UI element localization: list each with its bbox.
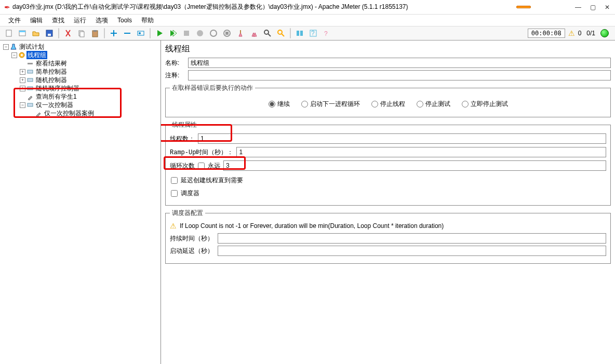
function-helper-icon[interactable] xyxy=(294,28,305,39)
svg-rect-31 xyxy=(28,63,33,64)
tree-thread-group[interactable]: − 线程组 xyxy=(10,51,159,59)
search-icon[interactable] xyxy=(262,28,273,39)
shutdown-icon[interactable] xyxy=(194,28,206,39)
clear-icon[interactable] xyxy=(235,28,246,39)
tree-sampler-query[interactable]: 查询所有学生1 xyxy=(19,92,159,101)
collapse-icon[interactable]: − xyxy=(3,44,9,50)
tree-simple-controller[interactable]: +简单控制器 xyxy=(19,68,159,76)
tree-once-only-case[interactable]: 仅一次控制器案例 xyxy=(27,109,159,117)
thread-props-fieldset: 线程属性 线程数： Ramp-Up时间（秒）： 循环次数 永远 延迟创建线程直到… xyxy=(165,120,611,206)
dropper-icon xyxy=(35,110,42,117)
minimize-icon[interactable]: — xyxy=(574,4,582,11)
radio-start-next[interactable]: 启动下一进程循环 xyxy=(301,100,360,109)
tree-test-plan[interactable]: − 测试计划 xyxy=(2,43,159,51)
radio-stop-thread[interactable]: 停止线程 xyxy=(371,100,405,109)
startup-delay-input[interactable] xyxy=(218,246,606,256)
menu-file[interactable]: 文件 xyxy=(4,15,25,26)
name-input[interactable] xyxy=(188,58,611,68)
scheduler-fieldset: 调度器配置 ⚠ If Loop Count is not -1 or Forev… xyxy=(165,209,611,264)
loops-input[interactable] xyxy=(223,160,606,171)
save-icon[interactable] xyxy=(44,28,55,39)
comment-input[interactable] xyxy=(188,70,611,80)
active-threads: 0/1 xyxy=(584,30,597,37)
warning-icon[interactable]: ⚠ xyxy=(568,29,575,37)
reset-search-icon[interactable] xyxy=(275,28,287,39)
tree-once-only-controller[interactable]: −仅一次控制器 xyxy=(19,101,159,109)
menu-edit[interactable]: 编辑 xyxy=(26,15,47,26)
menu-options[interactable]: 选项 xyxy=(91,15,112,26)
collapse-icon[interactable]: − xyxy=(11,52,17,58)
forever-checkbox[interactable] xyxy=(198,163,205,169)
tree-random-controller[interactable]: +随机控制器 xyxy=(19,76,159,84)
rampup-label: Ramp-Up时间（秒）： xyxy=(170,148,233,157)
svg-rect-19 xyxy=(240,30,241,33)
orange-indicator xyxy=(516,6,531,8)
stop-icon[interactable] xyxy=(181,28,192,39)
svg-rect-34 xyxy=(28,87,33,90)
duration-label: 持续时间（秒） xyxy=(170,234,215,243)
tree-pane[interactable]: − 测试计划 − 线程组 察看结果树 xyxy=(0,41,161,364)
threads-label: 线程数： xyxy=(170,134,195,143)
menubar: 文件 编辑 查找 运行 选项 Tools 帮助 xyxy=(0,15,615,26)
collapse-icon[interactable]: − xyxy=(20,102,25,108)
expand-icon[interactable]: + xyxy=(20,86,25,91)
collapse-icon[interactable] xyxy=(122,28,133,39)
threads-input[interactable] xyxy=(198,133,606,144)
delay-create-checkbox[interactable] xyxy=(171,177,178,184)
warning-count: 0 xyxy=(578,30,582,37)
copy-icon[interactable] xyxy=(76,28,87,39)
paste-icon[interactable] xyxy=(89,28,101,39)
controller-icon xyxy=(26,68,34,75)
svg-rect-25 xyxy=(300,31,303,36)
menu-help[interactable]: 帮助 xyxy=(137,15,158,26)
svg-point-30 xyxy=(21,54,23,56)
svg-rect-6 xyxy=(80,32,84,37)
menu-run[interactable]: 运行 xyxy=(70,15,90,26)
separator xyxy=(150,28,151,38)
svg-rect-18 xyxy=(225,32,229,35)
radio-stop-now[interactable]: 立即停止测试 xyxy=(462,100,508,109)
open-icon[interactable] xyxy=(30,28,42,39)
expand-icon[interactable] xyxy=(108,28,119,39)
svg-rect-8 xyxy=(93,30,97,32)
app-icon: ✒ xyxy=(4,3,10,11)
expand-icon[interactable]: + xyxy=(20,77,25,83)
svg-rect-32 xyxy=(28,70,33,73)
cut-icon[interactable] xyxy=(62,28,74,39)
remote-stop-icon[interactable] xyxy=(221,28,233,39)
controller-icon xyxy=(26,76,34,84)
loops-label: 循环次数 xyxy=(170,161,195,170)
scheduler-checkbox[interactable] xyxy=(171,190,178,197)
svg-rect-33 xyxy=(28,78,33,82)
rampup-input[interactable] xyxy=(236,147,606,157)
svg-point-16 xyxy=(210,30,217,36)
dropper-icon xyxy=(26,93,34,100)
tree-random-order-controller[interactable]: +随机顺序控制器 xyxy=(19,84,159,92)
menu-find[interactable]: 查找 xyxy=(48,15,69,26)
start-icon[interactable] xyxy=(154,28,165,39)
radio-stop-test[interactable]: 停止测试 xyxy=(417,100,450,109)
tree-view-results[interactable]: 察看结果树 xyxy=(19,59,159,68)
thread-props-legend: 线程属性 xyxy=(170,120,199,129)
expand-icon[interactable]: + xyxy=(20,69,25,75)
scheduler-label: 调度器 xyxy=(181,189,199,198)
what-icon[interactable]: ? xyxy=(321,28,332,39)
svg-rect-14 xyxy=(184,31,189,36)
name-label: 名称: xyxy=(165,59,188,68)
menu-tools[interactable]: Tools xyxy=(113,16,136,25)
remote-start-icon[interactable] xyxy=(208,28,219,39)
svg-point-15 xyxy=(197,30,203,36)
new-icon[interactable] xyxy=(3,28,15,39)
clear-all-icon[interactable] xyxy=(248,28,260,39)
svg-line-23 xyxy=(282,34,284,36)
close-icon[interactable]: ✕ xyxy=(604,4,611,11)
toggle-icon[interactable] xyxy=(135,28,146,39)
help-shortcut-icon[interactable]: ? xyxy=(308,28,319,39)
scheduler-legend: 调度器配置 xyxy=(170,209,205,218)
start-no-timers-icon[interactable] xyxy=(167,28,179,39)
maximize-icon[interactable]: ▢ xyxy=(589,4,596,11)
status-indicator-icon xyxy=(600,29,609,37)
radio-continue[interactable]: 继续 xyxy=(269,100,290,109)
templates-icon[interactable] xyxy=(17,28,28,39)
duration-input[interactable] xyxy=(218,233,606,244)
